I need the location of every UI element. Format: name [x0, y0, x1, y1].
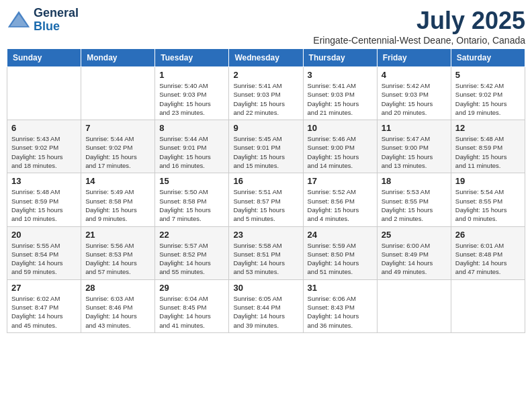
calendar-cell: 6Sunrise: 5:43 AMSunset: 9:02 PMDaylight…: [7, 120, 81, 173]
day-info: Sunrise: 5:55 AMSunset: 8:54 PMDaylight:…: [11, 241, 77, 277]
day-info: Sunrise: 5:46 AMSunset: 9:00 PMDaylight:…: [308, 134, 373, 170]
day-number: 5: [455, 70, 521, 80]
calendar-cell: 16Sunrise: 5:51 AMSunset: 8:57 PMDayligh…: [229, 173, 303, 226]
calendar-cell: 18Sunrise: 5:53 AMSunset: 8:55 PMDayligh…: [377, 173, 451, 226]
day-header: Sunday: [7, 49, 81, 67]
calendar-cell: 11Sunrise: 5:47 AMSunset: 9:00 PMDayligh…: [377, 120, 451, 173]
day-info: Sunrise: 5:45 AMSunset: 9:01 PMDaylight:…: [233, 134, 298, 170]
calendar-cell: [7, 67, 81, 120]
logo: General Blue: [7, 7, 79, 34]
day-info: Sunrise: 5:48 AMSunset: 8:59 PMDaylight:…: [11, 187, 77, 223]
day-number: 15: [159, 176, 224, 186]
day-number: 7: [85, 123, 150, 133]
day-info: Sunrise: 5:50 AMSunset: 8:58 PMDaylight:…: [159, 187, 224, 223]
calendar-week: 27Sunrise: 6:02 AMSunset: 8:47 PMDayligh…: [7, 279, 525, 332]
calendar-cell: 21Sunrise: 5:56 AMSunset: 8:53 PMDayligh…: [81, 226, 155, 279]
day-number: 29: [159, 283, 224, 293]
day-number: 10: [308, 123, 373, 133]
day-info: Sunrise: 6:00 AMSunset: 8:49 PMDaylight:…: [382, 241, 447, 277]
calendar-cell: 4Sunrise: 5:42 AMSunset: 9:03 PMDaylight…: [377, 67, 451, 120]
day-number: 16: [233, 176, 298, 186]
day-header: Wednesday: [229, 49, 303, 67]
day-info: Sunrise: 5:48 AMSunset: 8:59 PMDaylight:…: [455, 134, 521, 170]
day-header: Saturday: [451, 49, 525, 67]
day-info: Sunrise: 6:03 AMSunset: 8:46 PMDaylight:…: [85, 294, 150, 330]
day-number: 17: [308, 176, 373, 186]
calendar-cell: 1Sunrise: 5:40 AMSunset: 9:03 PMDaylight…: [155, 67, 229, 120]
day-info: Sunrise: 6:02 AMSunset: 8:47 PMDaylight:…: [11, 294, 77, 330]
calendar-body: 1Sunrise: 5:40 AMSunset: 9:03 PMDaylight…: [7, 67, 525, 333]
day-info: Sunrise: 5:54 AMSunset: 8:55 PMDaylight:…: [455, 187, 521, 223]
calendar-cell: 28Sunrise: 6:03 AMSunset: 8:46 PMDayligh…: [81, 279, 155, 332]
days-row: SundayMondayTuesdayWednesdayThursdayFrid…: [7, 49, 525, 67]
day-info: Sunrise: 5:42 AMSunset: 9:03 PMDaylight:…: [382, 81, 447, 117]
day-number: 12: [455, 123, 521, 133]
calendar-cell: [377, 279, 451, 332]
page-header: General Blue July 2025 Eringate-Centenni…: [7, 7, 525, 46]
day-number: 9: [233, 123, 298, 133]
day-number: 6: [11, 123, 77, 133]
calendar-cell: 9Sunrise: 5:45 AMSunset: 9:01 PMDaylight…: [229, 120, 303, 173]
day-number: 1: [159, 70, 224, 80]
calendar-cell: 29Sunrise: 6:04 AMSunset: 8:45 PMDayligh…: [155, 279, 229, 332]
day-header: Monday: [81, 49, 155, 67]
day-info: Sunrise: 5:44 AMSunset: 9:01 PMDaylight:…: [159, 134, 224, 170]
calendar-cell: 12Sunrise: 5:48 AMSunset: 8:59 PMDayligh…: [451, 120, 525, 173]
day-info: Sunrise: 5:44 AMSunset: 9:02 PMDaylight:…: [85, 134, 150, 170]
logo-text: General Blue: [34, 7, 79, 34]
day-number: 18: [382, 176, 447, 186]
calendar-cell: 25Sunrise: 6:00 AMSunset: 8:49 PMDayligh…: [377, 226, 451, 279]
day-number: 28: [85, 283, 150, 293]
calendar-cell: 17Sunrise: 5:52 AMSunset: 8:56 PMDayligh…: [303, 173, 377, 226]
calendar-cell: 15Sunrise: 5:50 AMSunset: 8:58 PMDayligh…: [155, 173, 229, 226]
calendar-cell: 8Sunrise: 5:44 AMSunset: 9:01 PMDaylight…: [155, 120, 229, 173]
day-info: Sunrise: 6:06 AMSunset: 8:43 PMDaylight:…: [308, 294, 373, 330]
calendar-cell: 30Sunrise: 6:05 AMSunset: 8:44 PMDayligh…: [229, 279, 303, 332]
day-number: 14: [85, 176, 150, 186]
calendar-cell: 5Sunrise: 5:42 AMSunset: 9:02 PMDaylight…: [451, 67, 525, 120]
day-number: 23: [233, 230, 298, 240]
day-number: 20: [11, 230, 77, 240]
calendar-week: 20Sunrise: 5:55 AMSunset: 8:54 PMDayligh…: [7, 226, 525, 279]
calendar-cell: [451, 279, 525, 332]
day-info: Sunrise: 5:43 AMSunset: 9:02 PMDaylight:…: [11, 134, 77, 170]
day-info: Sunrise: 5:51 AMSunset: 8:57 PMDaylight:…: [233, 187, 298, 223]
calendar-header: SundayMondayTuesdayWednesdayThursdayFrid…: [7, 49, 525, 67]
calendar-cell: 22Sunrise: 5:57 AMSunset: 8:52 PMDayligh…: [155, 226, 229, 279]
day-number: 31: [308, 283, 373, 293]
day-info: Sunrise: 5:59 AMSunset: 8:50 PMDaylight:…: [308, 241, 373, 277]
calendar-week: 6Sunrise: 5:43 AMSunset: 9:02 PMDaylight…: [7, 120, 525, 173]
day-number: 4: [382, 70, 447, 80]
day-header: Friday: [377, 49, 451, 67]
calendar-cell: 3Sunrise: 5:41 AMSunset: 9:03 PMDaylight…: [303, 67, 377, 120]
day-number: 3: [308, 70, 373, 80]
calendar-cell: 14Sunrise: 5:49 AMSunset: 8:58 PMDayligh…: [81, 173, 155, 226]
calendar-week: 1Sunrise: 5:40 AMSunset: 9:03 PMDaylight…: [7, 67, 525, 120]
day-number: 24: [308, 230, 373, 240]
calendar-cell: 27Sunrise: 6:02 AMSunset: 8:47 PMDayligh…: [7, 279, 81, 332]
day-number: 21: [85, 230, 150, 240]
day-info: Sunrise: 5:41 AMSunset: 9:03 PMDaylight:…: [308, 81, 373, 117]
day-info: Sunrise: 6:05 AMSunset: 8:44 PMDaylight:…: [233, 294, 298, 330]
calendar-week: 13Sunrise: 5:48 AMSunset: 8:59 PMDayligh…: [7, 173, 525, 226]
calendar-cell: 24Sunrise: 5:59 AMSunset: 8:50 PMDayligh…: [303, 226, 377, 279]
day-info: Sunrise: 5:56 AMSunset: 8:53 PMDaylight:…: [85, 241, 150, 277]
calendar-cell: 2Sunrise: 5:41 AMSunset: 9:03 PMDaylight…: [229, 67, 303, 120]
month-title: July 2025: [313, 7, 525, 35]
calendar-cell: 20Sunrise: 5:55 AMSunset: 8:54 PMDayligh…: [7, 226, 81, 279]
calendar-cell: 31Sunrise: 6:06 AMSunset: 8:43 PMDayligh…: [303, 279, 377, 332]
day-header: Tuesday: [155, 49, 229, 67]
day-info: Sunrise: 5:41 AMSunset: 9:03 PMDaylight:…: [233, 81, 298, 117]
day-info: Sunrise: 5:42 AMSunset: 9:02 PMDaylight:…: [455, 81, 521, 117]
day-number: 25: [382, 230, 447, 240]
day-info: Sunrise: 5:53 AMSunset: 8:55 PMDaylight:…: [382, 187, 447, 223]
calendar: SundayMondayTuesdayWednesdayThursdayFrid…: [7, 48, 525, 333]
calendar-cell: 13Sunrise: 5:48 AMSunset: 8:59 PMDayligh…: [7, 173, 81, 226]
day-number: 2: [233, 70, 298, 80]
day-info: Sunrise: 5:52 AMSunset: 8:56 PMDaylight:…: [308, 187, 373, 223]
calendar-cell: 10Sunrise: 5:46 AMSunset: 9:00 PMDayligh…: [303, 120, 377, 173]
day-header: Thursday: [303, 49, 377, 67]
day-info: Sunrise: 5:47 AMSunset: 9:00 PMDaylight:…: [382, 134, 447, 170]
title-block: July 2025 Eringate-Centennial-West Deane…: [313, 7, 525, 46]
day-info: Sunrise: 5:40 AMSunset: 9:03 PMDaylight:…: [159, 81, 224, 117]
